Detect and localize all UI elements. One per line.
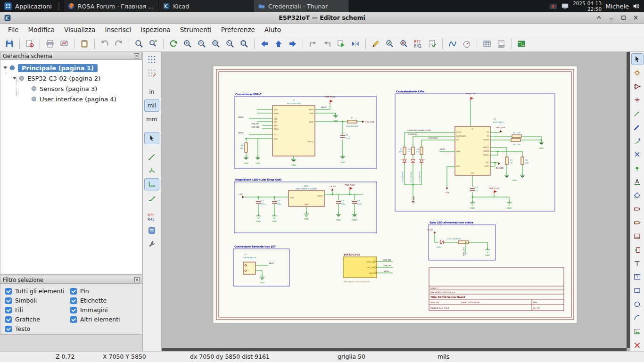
- draw-circle-tool-button[interactable]: [631, 298, 644, 310]
- applications-menu[interactable]: Applicazioni: [0, 0, 56, 12]
- hierarchy-navigator-button[interactable]: [335, 37, 348, 50]
- sheet-item-principale[interactable]: Principale (pagina 1): [0, 63, 142, 73]
- wire-mode-free-button[interactable]: [144, 151, 159, 163]
- mirror-view-button[interactable]: [349, 37, 362, 50]
- task-button-browser[interactable]: ROSA Forum - Главная ...: [63, 0, 158, 12]
- checkbox-checked-icon[interactable]: [5, 288, 12, 295]
- menu-preferenze[interactable]: Preferenze: [217, 25, 259, 35]
- screenshot-tray-icon[interactable]: [549, 2, 557, 10]
- task-button-kicad[interactable]: Kicad: [158, 0, 254, 12]
- add-symbol-tool-button[interactable]: [631, 81, 644, 92]
- draw-bus-tool-button[interactable]: [631, 122, 644, 133]
- textbox-tool-button[interactable]: [631, 272, 644, 283]
- zoom-in-button[interactable]: [181, 37, 194, 50]
- menu-inserisci[interactable]: Inserisci: [101, 25, 135, 35]
- checkbox-checked-icon[interactable]: [5, 316, 12, 323]
- filter-other[interactable]: Altri elementi: [70, 316, 120, 323]
- annotate-button[interactable]: [369, 37, 382, 50]
- filter-panel-titlebar[interactable]: Filtro selezione ✕: [0, 276, 142, 284]
- save-button[interactable]: [3, 37, 16, 50]
- symbol-checker-button[interactable]: [426, 37, 439, 50]
- bom-button[interactable]: bom: [495, 37, 508, 50]
- nav-up-button[interactable]: [272, 37, 285, 50]
- checkbox-checked-icon[interactable]: [70, 288, 77, 295]
- scrollbar-thumb[interactable]: [162, 348, 627, 351]
- draw-wire-tool-button[interactable]: [631, 108, 644, 120]
- cursor-shape-button[interactable]: [144, 132, 159, 144]
- draw-arc-tool-button[interactable]: [631, 312, 644, 324]
- clock[interactable]: 2025-04-13 22:50: [573, 0, 602, 12]
- hierarchy-close-icon[interactable]: ✕: [134, 53, 139, 58]
- filter-pins[interactable]: Pin: [70, 288, 89, 295]
- menu-strumenti[interactable]: Strumenti: [176, 25, 216, 35]
- global-label-tool-button[interactable]: [631, 203, 644, 215]
- properties-panel-toggle-button[interactable]: [144, 238, 159, 250]
- checkbox-checked-icon[interactable]: [5, 326, 12, 332]
- wire-mode-90-button[interactable]: [144, 178, 159, 190]
- hierarchical-label-tool-button[interactable]: [631, 217, 644, 229]
- undo-button[interactable]: [98, 37, 111, 50]
- units-inches-button[interactable]: in: [144, 86, 159, 98]
- simulator-button[interactable]: [446, 37, 459, 50]
- zoom-fit-page-button[interactable]: [209, 37, 223, 50]
- select-tool-button[interactable]: [631, 53, 644, 65]
- expand-arrow-icon[interactable]: [13, 77, 17, 80]
- filter-wires[interactable]: Fili: [5, 306, 23, 313]
- bus-entry-tool-button[interactable]: [631, 135, 644, 147]
- checkbox-checked-icon[interactable]: [70, 316, 77, 323]
- delete-tool-button[interactable]: [631, 339, 644, 351]
- filter-text[interactable]: Testo: [5, 325, 30, 332]
- wire-mode-45-button[interactable]: [144, 192, 159, 204]
- menu-ispeziona[interactable]: Ispeziona: [136, 25, 175, 35]
- sheet-item-sensors[interactable]: Sensors (pagina 3): [0, 83, 142, 94]
- close-button[interactable]: [632, 14, 639, 22]
- find-button[interactable]: [132, 37, 146, 50]
- auto-annotate-button[interactable]: R??R42: [144, 211, 159, 223]
- filter-close-icon[interactable]: ✕: [134, 277, 140, 282]
- task-button-thunar[interactable]: Credenziali - Thunar: [254, 0, 349, 12]
- display-tray-icon[interactable]: [561, 2, 569, 10]
- add-power-tool-button[interactable]: [631, 94, 644, 106]
- filter-graphics[interactable]: Grafiche: [5, 316, 40, 323]
- nav-back-button[interactable]: [258, 37, 271, 50]
- net-highlight-tool-button[interactable]: [631, 67, 644, 79]
- plot-button[interactable]: [58, 37, 71, 50]
- canvas-horizontal-scrollbar[interactable]: [162, 348, 627, 351]
- net-class-directive-tool-button[interactable]: [631, 189, 644, 201]
- units-mm-button[interactable]: mm: [144, 113, 159, 125]
- grid-visibility-button[interactable]: [144, 53, 159, 66]
- add-sheet-tool-button[interactable]: [631, 230, 644, 242]
- menu-visualizza[interactable]: Visualizza: [60, 25, 100, 35]
- grid-overrides-button[interactable]: [144, 67, 159, 79]
- symbol-fields-table-button[interactable]: [480, 37, 494, 50]
- window-titlebar[interactable]: ESP32IoT — Editor schemi: [0, 12, 644, 24]
- filter-symbols[interactable]: Simboli: [5, 297, 37, 304]
- schematic-setup-button[interactable]: [23, 37, 36, 50]
- refresh-button[interactable]: [167, 37, 180, 50]
- print-button[interactable]: [43, 37, 57, 50]
- canvas-vertical-scrollbar[interactable]: [627, 52, 630, 348]
- hierarchy-panel-titlebar[interactable]: Gerarchia schema ✕: [0, 52, 142, 60]
- minimize-button[interactable]: [607, 14, 615, 22]
- net-label-tool-button[interactable]: [631, 176, 644, 188]
- checkbox-checked-icon[interactable]: [5, 307, 12, 313]
- maximize-button[interactable]: [619, 14, 627, 22]
- erc-exclusions-button[interactable]: [397, 37, 411, 50]
- find-replace-button[interactable]: [147, 37, 160, 50]
- wire-hop-button[interactable]: [144, 165, 159, 177]
- leave-sheet-button[interactable]: [306, 37, 320, 50]
- text-tool-button[interactable]: [631, 258, 644, 270]
- zoom-fit-objects-button[interactable]: [223, 37, 237, 50]
- sim-probe-button[interactable]: [460, 37, 473, 50]
- add-image-tool-button[interactable]: [631, 326, 644, 337]
- schematic-canvas[interactable]: Connettore USB-CCaricabatterie LiPoRegol…: [162, 52, 627, 348]
- expand-arrow-icon[interactable]: [3, 66, 7, 69]
- scrollbar-thumb[interactable]: [627, 52, 630, 348]
- checkbox-checked-icon[interactable]: [5, 297, 12, 304]
- checkbox-checked-icon[interactable]: [70, 297, 77, 304]
- nav-forward-button[interactable]: [286, 37, 299, 50]
- paste-button[interactable]: [78, 37, 91, 50]
- hierarchy-panel-toggle-button[interactable]: [144, 224, 159, 237]
- shade-button[interactable]: [595, 14, 603, 22]
- menu-file[interactable]: File: [4, 25, 23, 35]
